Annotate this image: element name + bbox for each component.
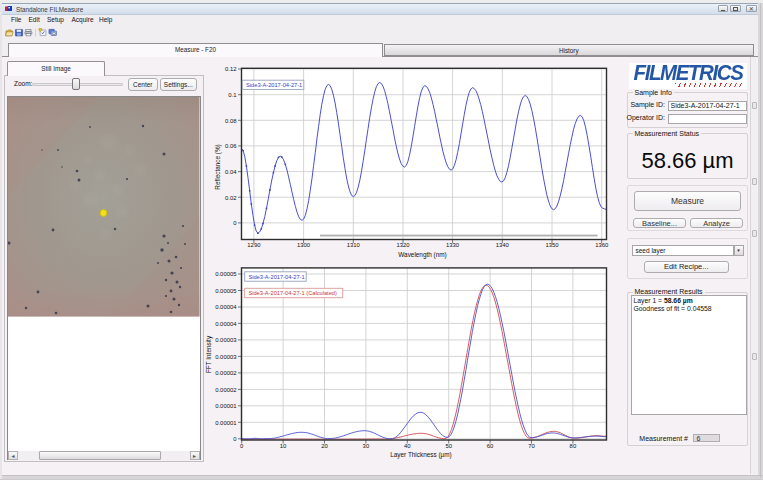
svg-text:1330: 1330 xyxy=(446,242,460,248)
svg-text:Side3-A-2017-04-27-1: Side3-A-2017-04-27-1 xyxy=(246,82,302,88)
svg-text:0.00004: 0.00004 xyxy=(215,304,237,310)
svg-text:30: 30 xyxy=(363,443,370,449)
svg-text:0: 0 xyxy=(240,443,244,449)
svg-text:Side3-A-2017-04-27-1 (Calculat: Side3-A-2017-04-27-1 (Calculated) xyxy=(248,290,337,296)
svg-text:0.12: 0.12 xyxy=(225,66,236,72)
svg-text:Side3-A-2017-04-27-1: Side3-A-2017-04-27-1 xyxy=(248,274,304,280)
svg-text:40: 40 xyxy=(404,443,411,449)
svg-text:60: 60 xyxy=(487,443,494,449)
svg-text:1360: 1360 xyxy=(595,242,609,248)
svg-text:80: 80 xyxy=(570,443,577,449)
svg-text:1290: 1290 xyxy=(247,242,261,248)
svg-text:50: 50 xyxy=(445,443,452,449)
svg-text:10: 10 xyxy=(280,443,287,449)
svg-text:70: 70 xyxy=(528,443,535,449)
svg-text:Reflectance (%): Reflectance (%) xyxy=(214,144,222,189)
svg-text:0.02: 0.02 xyxy=(225,195,236,201)
svg-text:0.00005: 0.00005 xyxy=(215,271,237,277)
svg-text:0.1: 0.1 xyxy=(228,92,236,98)
svg-text:0.00003: 0.00003 xyxy=(215,337,237,343)
svg-text:0.06: 0.06 xyxy=(225,143,237,149)
svg-text:0.00004: 0.00004 xyxy=(215,321,237,327)
svg-text:Wavelength (nm): Wavelength (nm) xyxy=(398,251,446,259)
svg-text:20: 20 xyxy=(321,443,328,449)
svg-text:0: 0 xyxy=(233,436,237,442)
svg-text:0.04: 0.04 xyxy=(225,169,237,175)
svg-text:0: 0 xyxy=(233,220,237,226)
svg-text:1310: 1310 xyxy=(347,242,361,248)
svg-text:0.00005: 0.00005 xyxy=(215,288,237,294)
svg-text:FFT Intensity: FFT Intensity xyxy=(205,335,213,373)
svg-text:0.00001: 0.00001 xyxy=(215,403,236,409)
svg-text:1350: 1350 xyxy=(545,242,559,248)
svg-text:1300: 1300 xyxy=(297,242,311,248)
svg-text:0.00002: 0.00002 xyxy=(215,387,236,393)
svg-text:0.08: 0.08 xyxy=(225,118,237,124)
svg-text:1320: 1320 xyxy=(396,242,410,248)
svg-text:0.00001: 0.00001 xyxy=(215,420,236,426)
svg-text:1340: 1340 xyxy=(496,242,510,248)
svg-text:0.00002: 0.00002 xyxy=(215,370,236,376)
svg-text:Layer Thickness (µm): Layer Thickness (µm) xyxy=(390,451,451,459)
svg-text:0.00003: 0.00003 xyxy=(215,354,237,360)
